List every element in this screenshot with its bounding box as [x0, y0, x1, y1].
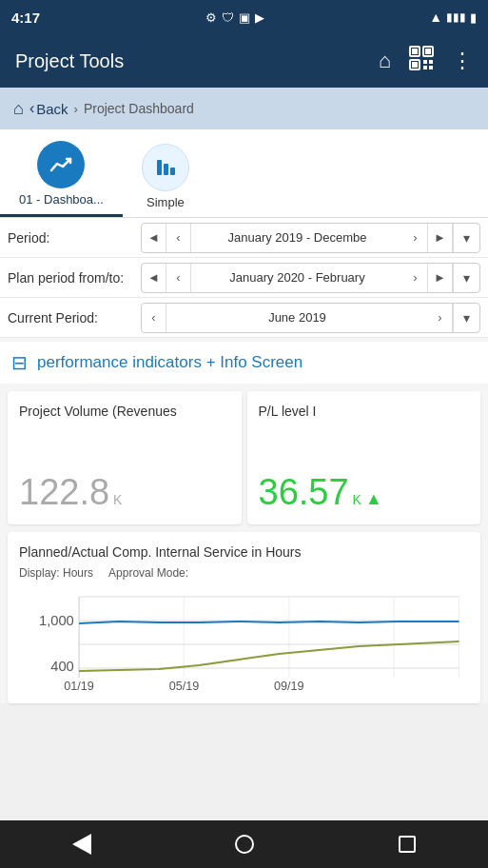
app-bar: Project Tools ⌂ ⋮	[0, 34, 488, 88]
chart-meta: Display: Hours Approval Mode:	[19, 566, 469, 580]
period-value-2: January 2020 - February	[191, 270, 403, 285]
card-value-area-1: 122.8 K	[19, 472, 230, 513]
svg-rect-12	[170, 168, 175, 175]
home-icon[interactable]: ⌂	[379, 49, 391, 73]
period-next-btn-2[interactable]: ›	[403, 263, 428, 293]
sim-icon: ▣	[239, 10, 250, 25]
tab-area: 01 - Dashboa... Simple	[0, 129, 488, 218]
qr-code-icon[interactable]	[408, 45, 435, 78]
period-label-2: Plan period from/to:	[8, 270, 141, 286]
period-prev-btn-2[interactable]: ‹	[166, 263, 191, 293]
card-title-1: Project Volume (Revenues	[19, 403, 230, 420]
card-unit-2: K	[353, 492, 361, 507]
chart-title: Planned/Actual Comp. Internal Service in…	[19, 543, 469, 561]
approval-label: Approval Mode:	[108, 566, 188, 580]
card-value-1: 122.8	[19, 472, 109, 513]
svg-rect-11	[164, 164, 168, 175]
card-unit-1: K	[113, 492, 122, 507]
status-icons: ⚙ 🛡 ▣ ▶	[205, 10, 264, 25]
period-value-3: June 2019	[166, 310, 428, 325]
svg-rect-10	[157, 160, 162, 175]
simple-tab-icon	[142, 144, 189, 191]
display-label: Display: Hours	[19, 566, 93, 580]
svg-text:05/19: 05/19	[169, 680, 200, 692]
status-bar: 4:17 ⚙ 🛡 ▣ ▶ ▲ ▮▮▮ ▮	[0, 0, 488, 34]
cards-area: Project Volume (Revenues 122.8 K P/L lev…	[0, 384, 488, 532]
card-project-volume: Project Volume (Revenues 122.8 K	[8, 391, 242, 524]
wifi-icon: ▲	[429, 10, 442, 25]
breadcrumb-bar: ⌂ ‹ Back › Project Dashboard	[0, 88, 488, 129]
back-chevron-icon: ‹	[29, 100, 34, 117]
period-row-2: Plan period from/to: ◄ ‹ January 2020 - …	[0, 258, 488, 298]
main-content: Period: ◄ ‹ January 2019 - Decembe › ► ▾…	[0, 218, 488, 703]
period-selector-1[interactable]: ◄ ‹ January 2019 - Decembe › ► ▾	[141, 223, 480, 253]
svg-rect-8	[423, 66, 427, 69]
chart-container: 1,000 400 01/19 05/19 09/19	[19, 587, 469, 692]
period-label-1: Period:	[8, 230, 141, 246]
period-selector-3[interactable]: ‹ June 2019 › ▾	[141, 303, 480, 333]
play-icon: ▶	[255, 10, 264, 25]
back-button[interactable]: ‹ Back	[29, 100, 68, 117]
svg-rect-3	[425, 49, 431, 54]
period-next-btn-3[interactable]: ›	[428, 303, 453, 333]
chart-svg: 1,000 400 01/19 05/19 09/19	[19, 587, 469, 692]
period-row-1: Period: ◄ ‹ January 2019 - Decembe › ► ▾	[0, 218, 488, 258]
dashboard-tab-icon	[37, 141, 85, 188]
period-next-next-btn-2[interactable]: ►	[428, 263, 453, 293]
period-dropdown-btn-1[interactable]: ▾	[453, 223, 479, 253]
tab-simple-label: Simple	[146, 195, 185, 209]
bottom-nav	[0, 820, 488, 868]
recents-nav-button[interactable]	[399, 836, 416, 853]
svg-rect-7	[429, 60, 433, 64]
period-prev-btn-1[interactable]: ‹	[166, 223, 191, 253]
status-right-icons: ▲ ▮▮▮ ▮	[429, 10, 477, 25]
svg-rect-5	[412, 62, 418, 68]
card-trend-up-icon: ▲	[365, 489, 382, 509]
back-label: Back	[36, 101, 68, 117]
card-pl-level: P/L level I 36.57 K ▲	[247, 391, 481, 524]
svg-rect-1	[412, 49, 418, 54]
period-prev-btn-3[interactable]: ‹	[142, 303, 166, 333]
svg-text:01/19: 01/19	[64, 680, 94, 692]
breadcrumb-separator: ›	[74, 102, 78, 116]
breadcrumb-current: Project Dashboard	[84, 101, 194, 116]
period-next-btn-1[interactable]: ›	[403, 223, 428, 253]
home-breadcrumb-icon[interactable]: ⌂	[13, 99, 24, 119]
period-dropdown-btn-3[interactable]: ▾	[453, 303, 479, 333]
section-collapse-icon[interactable]: ⊟	[11, 351, 28, 374]
battery-icon: ▮	[470, 10, 477, 25]
more-vert-icon[interactable]: ⋮	[452, 49, 473, 73]
status-time: 4:17	[11, 10, 40, 26]
shield-icon: 🛡	[222, 10, 234, 25]
svg-text:09/19: 09/19	[274, 680, 304, 692]
card-value-2: 36.57	[259, 472, 349, 513]
back-nav-button[interactable]	[72, 834, 91, 855]
card-value-area-2: 36.57 K ▲	[259, 472, 470, 513]
tab-simple[interactable]: Simple	[123, 140, 208, 217]
chart-card: Planned/Actual Comp. Internal Service in…	[8, 532, 480, 703]
tab-dashboard-label: 01 - Dashboa...	[19, 192, 104, 207]
card-title-2: P/L level I	[259, 403, 470, 420]
home-nav-button[interactable]	[235, 835, 254, 854]
signal-icon: ▮▮▮	[446, 10, 466, 24]
section-title: performance indicators + Info Screen	[37, 353, 303, 372]
tab-dashboard[interactable]: 01 - Dashboa...	[0, 137, 123, 217]
period-value-1: January 2019 - Decembe	[191, 230, 403, 245]
period-prev-prev-btn-2[interactable]: ◄	[142, 263, 166, 293]
period-row-3: Current Period: ‹ June 2019 › ▾	[0, 298, 488, 338]
period-label-3: Current Period:	[8, 310, 141, 326]
app-title: Project Tools	[15, 50, 124, 72]
settings-icon: ⚙	[205, 10, 217, 25]
section-header: ⊟ performance indicators + Info Screen	[0, 342, 488, 384]
app-bar-icons: ⌂ ⋮	[379, 45, 473, 78]
svg-rect-9	[429, 66, 433, 69]
period-selector-2[interactable]: ◄ ‹ January 2020 - February › ► ▾	[141, 263, 480, 293]
svg-rect-6	[423, 60, 427, 64]
period-next-next-btn-1[interactable]: ►	[428, 223, 453, 253]
period-dropdown-btn-2[interactable]: ▾	[453, 263, 479, 293]
svg-text:400: 400	[50, 660, 74, 675]
svg-text:1,000: 1,000	[39, 614, 74, 629]
period-prev-prev-btn-1[interactable]: ◄	[142, 223, 166, 253]
